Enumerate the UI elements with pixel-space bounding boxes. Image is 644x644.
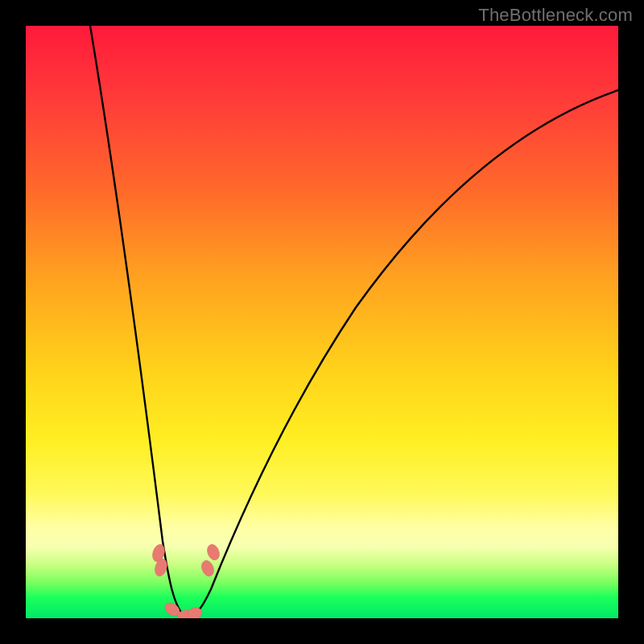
marker-6 <box>200 559 216 578</box>
chart-plot-area <box>26 26 618 618</box>
chart-svg-layer <box>26 26 618 618</box>
marker-group <box>151 543 221 618</box>
bottleneck-curve <box>90 26 618 617</box>
marker-7 <box>205 543 221 562</box>
watermark-text: TheBottleneck.com <box>478 5 633 26</box>
